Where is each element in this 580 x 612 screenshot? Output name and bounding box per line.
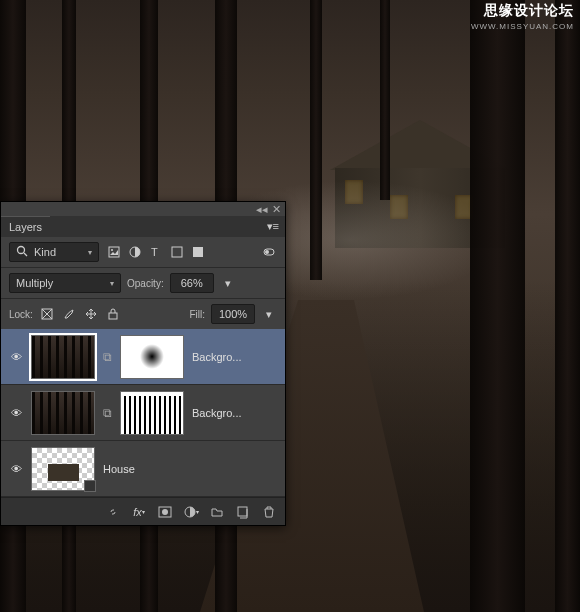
filter-row: Kind ▾ T [1,237,285,267]
layers-tab[interactable]: Layers [1,216,50,237]
layer-mask-thumbnail[interactable] [120,391,184,435]
smart-object-badge [84,480,96,492]
visibility-toggle-icon[interactable]: 👁 [9,407,23,419]
filter-type-icon[interactable]: T [147,243,165,261]
delete-layer-icon[interactable] [261,504,277,520]
fill-input[interactable]: 100% [211,304,255,324]
filter-kind-select[interactable]: Kind ▾ [9,242,99,262]
svg-point-0 [18,247,25,254]
blend-mode-value: Multiply [16,277,53,289]
lock-position-icon[interactable] [83,306,99,322]
layer-thumbnail[interactable] [31,335,95,379]
collapse-icon[interactable]: ◂◂ [257,204,267,214]
tree [555,0,580,612]
blend-row: Multiply ▾ Opacity: 66% ▾ [1,267,285,298]
lock-label: Lock: [9,309,33,320]
layer-mask-thumbnail[interactable] [120,335,184,379]
mask-link-icon[interactable]: ⧉ [103,406,112,420]
visibility-toggle-icon[interactable]: 👁 [9,351,23,363]
svg-point-13 [162,509,168,515]
layer-row[interactable]: 👁 ⧉ Backgro... [1,329,285,385]
layer-name[interactable]: Backgro... [192,407,277,419]
chevron-down-icon: ▾ [88,248,92,257]
panel-menu-icon[interactable]: ▾≡ [267,220,285,233]
svg-rect-15 [238,507,247,516]
add-mask-icon[interactable] [157,504,173,520]
lock-transparent-icon[interactable] [39,306,55,322]
svg-line-1 [24,253,27,256]
tree [310,0,322,280]
svg-text:T: T [151,246,158,258]
opacity-input[interactable]: 66% [170,273,214,293]
panel-footer: fx▾ ▾ [1,497,285,525]
link-layers-icon[interactable] [105,504,121,520]
filter-pixel-icon[interactable] [105,243,123,261]
layer-row[interactable]: 👁 ⧉ Backgro... [1,385,285,441]
fill-label: Fill: [189,309,205,320]
svg-rect-7 [193,247,203,257]
layer-list: 👁 ⧉ Backgro... 👁 ⧉ Backgro... 👁 House [1,329,285,497]
svg-rect-11 [109,313,117,319]
filter-shape-icon[interactable] [168,243,186,261]
svg-rect-6 [172,247,182,257]
blend-mode-select[interactable]: Multiply ▾ [9,273,121,293]
svg-point-9 [265,250,269,254]
tree [380,0,390,200]
layer-name[interactable]: Backgro... [192,351,277,363]
opacity-flyout-icon[interactable]: ▾ [220,275,236,291]
close-icon[interactable]: ✕ [271,204,281,214]
tree [470,0,525,612]
filter-type-buttons: T [105,243,207,261]
filter-adjust-icon[interactable] [126,243,144,261]
group-icon[interactable] [209,504,225,520]
opacity-label: Opacity: [127,278,164,289]
filter-toggle-icon[interactable] [261,244,277,260]
new-layer-icon[interactable] [235,504,251,520]
search-icon [16,245,30,259]
filter-label: Kind [34,246,56,258]
visibility-toggle-icon[interactable]: 👁 [9,463,23,475]
fill-flyout-icon[interactable]: ▾ [261,306,277,322]
lock-all-icon[interactable] [105,306,121,322]
lock-row: Lock: Fill: 100% ▾ [1,298,285,329]
layer-thumbnail[interactable] [31,447,95,491]
layer-row[interactable]: 👁 House [1,441,285,497]
watermark-text: 思缘设计论坛 [484,2,574,20]
layer-fx-icon[interactable]: fx▾ [131,504,147,520]
mask-link-icon[interactable]: ⧉ [103,350,112,364]
layer-name[interactable]: House [103,463,277,475]
svg-point-3 [111,249,113,251]
lock-pixels-icon[interactable] [61,306,77,322]
adjustment-layer-icon[interactable]: ▾ [183,504,199,520]
chevron-down-icon: ▾ [110,279,114,288]
watermark-url: WWW.MISSYUAN.COM [471,22,574,31]
layers-panel: ◂◂ ✕ Layers ▾≡ Kind ▾ T Multiply ▾ Opaci… [0,201,286,526]
filter-smart-icon[interactable] [189,243,207,261]
panel-header: ◂◂ ✕ [1,202,285,216]
layer-thumbnail[interactable] [31,391,95,435]
